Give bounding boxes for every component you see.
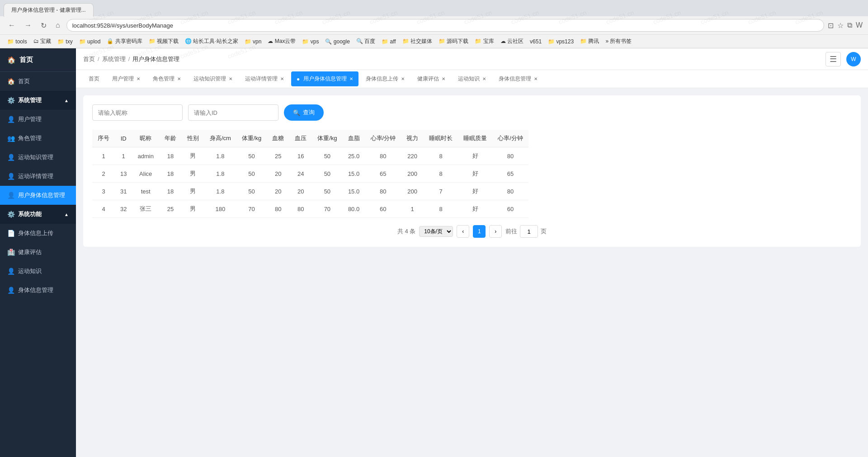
cell-0-10: 25.0 xyxy=(343,147,365,165)
bookmark-baozang[interactable]: 🗂 宝藏 xyxy=(32,37,53,46)
bookmark-tools2[interactable]: 🌐 站长工具·站长之家 xyxy=(183,37,240,46)
tab-role-mgmt[interactable]: 角色管理 ✕ xyxy=(147,71,186,86)
tab-health-eval-close[interactable]: ✕ xyxy=(442,76,445,81)
bookmark-all[interactable]: » 所有书签 xyxy=(604,37,633,46)
bookmark-vpn[interactable]: 📁 vpn xyxy=(243,38,264,46)
tab-exercise-know2-label: 运动知识 xyxy=(458,75,480,83)
col-weight2: 体重/kg xyxy=(312,130,342,147)
bookmark-cloud[interactable]: ☁ 云社区 xyxy=(499,37,525,46)
table-wrapper[interactable]: 序号 ID 昵称 年龄 性别 身高/cm 体重/kg 血糖 血压 体重/kg 血 xyxy=(92,130,852,218)
tab-exercise-know2[interactable]: 运动知识 ✕ xyxy=(453,71,491,86)
tab-user-mgmt-close[interactable]: ✕ xyxy=(137,76,140,81)
tab-body-upload-close[interactable]: ✕ xyxy=(401,76,405,81)
bookmark-v651[interactable]: v651 xyxy=(528,38,543,46)
sidebar-section-func[interactable]: ⚙️ 系统功能 ▲ xyxy=(0,205,76,224)
col-blood-pressure: 血压 xyxy=(289,130,312,147)
cell-2-6: 50 xyxy=(236,183,267,200)
func-icon: ⚙️ xyxy=(7,211,14,218)
sidebar-item-exercise-knowledge[interactable]: 👤 运动知识管理 xyxy=(0,148,76,167)
sidebar-item-role-mgmt[interactable]: 👥 角色管理 xyxy=(0,129,76,148)
bookmark-vps123[interactable]: 📁 vps123 xyxy=(546,38,576,46)
cell-1-13: 8 xyxy=(424,165,458,183)
page-1-button[interactable]: 1 xyxy=(473,225,486,238)
tab-body-mgmt2-close[interactable]: ✕ xyxy=(534,76,538,81)
col-heart-rate: 心率/分钟 xyxy=(365,130,401,147)
breadcrumb-home[interactable]: 首页 xyxy=(83,55,95,63)
tab-exercise-know2-close[interactable]: ✕ xyxy=(482,76,486,81)
bookmark-max[interactable]: ☁ Max云带 xyxy=(266,37,297,46)
browser-nav: ← → ↻ ⌂ ⊡ ☆ ⧉ W xyxy=(0,16,868,34)
bookmark-vps[interactable]: 📁 vps xyxy=(300,38,321,46)
cell-0-7: 25 xyxy=(267,147,289,165)
profile-icon[interactable]: W xyxy=(856,21,863,29)
sidebar-item-body-info[interactable]: 👤 用户身体信息管理 xyxy=(0,186,76,205)
sidebar-item-body-upload[interactable]: 📄 身体信息上传 xyxy=(0,224,76,243)
forward-button[interactable]: → xyxy=(22,20,34,30)
bookmark-google[interactable]: 🔍 google xyxy=(323,38,351,46)
id-input[interactable] xyxy=(188,104,278,121)
sidebar-item-user-mgmt[interactable]: 👤 用户管理 xyxy=(0,110,76,129)
sidebar-item-exercise-know2[interactable]: 👤 运动知识 xyxy=(0,262,76,281)
tab-body-info[interactable]: ● 用户身体信息管理 ✕ xyxy=(291,71,359,86)
sidebar-item-health-eval[interactable]: 🏥 健康评估 xyxy=(0,243,76,262)
cell-3-4: 男 xyxy=(182,200,204,218)
address-bar[interactable] xyxy=(66,19,824,32)
cell-3-5: 180 xyxy=(204,200,236,218)
bookmark-social[interactable]: 📁 社交媒体 xyxy=(401,37,434,46)
tab-health-eval[interactable]: 健康评估 ✕ xyxy=(412,71,451,86)
tab-role-mgmt-close[interactable]: ✕ xyxy=(177,76,181,81)
tab-home[interactable]: 首页 xyxy=(83,71,105,86)
page-label: 页 xyxy=(541,227,547,236)
cell-0-13: 8 xyxy=(424,147,458,165)
bookmark-uplod[interactable]: 📁 uplod xyxy=(77,38,103,46)
tab-user-mgmt[interactable]: 用户管理 ✕ xyxy=(107,71,146,86)
pagination-jump: 前往 页 xyxy=(505,225,547,238)
bookmark-icon[interactable]: ☆ xyxy=(837,21,844,30)
tab-exercise-detail-close[interactable]: ✕ xyxy=(280,76,284,81)
sidebar-section-func-label: 系统功能 xyxy=(18,210,42,218)
cell-3-9: 70 xyxy=(312,200,342,218)
sidebar-item-body-mgmt[interactable]: 👤 身体信息管理 xyxy=(0,281,76,300)
page-jump-input[interactable] xyxy=(520,225,538,238)
reload-button[interactable]: ↻ xyxy=(38,20,49,31)
bookmark-tencent[interactable]: 📁 腾讯 xyxy=(578,37,601,46)
tab-body-upload-label: 身体信息上传 xyxy=(366,75,398,83)
prev-page-button[interactable]: ‹ xyxy=(457,225,469,238)
bookmarks-bar: 📁 tools 🗂 宝藏 📁 txy 📁 uplod 🔒 共享密码库 📁 视频下… xyxy=(0,34,868,48)
per-page-select[interactable]: 10条/页 20条/页 50条/页 xyxy=(419,226,453,237)
back-button[interactable]: ← xyxy=(5,20,18,30)
tab-body-info-close[interactable]: ✕ xyxy=(349,76,353,81)
cell-0-6: 50 xyxy=(236,147,267,165)
search-button[interactable]: 🔍 查询 xyxy=(284,104,324,121)
role-icon: 👥 xyxy=(7,135,14,142)
next-page-button[interactable]: › xyxy=(489,225,502,238)
sidebar-item-home[interactable]: 🏠 首页 xyxy=(0,72,76,91)
nickname-input[interactable] xyxy=(92,104,183,121)
col-gender: 性别 xyxy=(182,130,204,147)
cell-1-15: 65 xyxy=(492,165,528,183)
tab-exercise-knowledge-close[interactable]: ✕ xyxy=(229,76,232,81)
extensions-icon[interactable]: ⧉ xyxy=(847,21,852,29)
tab-body-upload[interactable]: 身体信息上传 ✕ xyxy=(360,71,410,86)
bookmark-video[interactable]: 📁 视频下载 xyxy=(147,37,180,46)
tab-exercise-knowledge[interactable]: 运动知识管理 ✕ xyxy=(188,71,238,86)
browser-tab[interactable]: 用户身体信息管理 - 健康管理... xyxy=(4,3,94,17)
bookmark-tools[interactable]: 📁 tools xyxy=(5,38,29,46)
bookmark-txy[interactable]: 📁 txy xyxy=(56,38,75,46)
sidebar-item-exercise-detail[interactable]: 👤 运动详情管理 xyxy=(0,167,76,186)
bookmark-baidu[interactable]: 🔍 百度 xyxy=(354,37,377,46)
tab-body-mgmt2[interactable]: 身体信息管理 ✕ xyxy=(493,71,543,86)
cell-1-4: 男 xyxy=(182,165,204,183)
bookmark-source[interactable]: 📁 源码下载 xyxy=(437,37,470,46)
breadcrumb-system[interactable]: 系统管理 xyxy=(102,55,126,63)
bookmark-aff[interactable]: 📁 aff xyxy=(380,38,397,46)
sidebar-section-system[interactable]: ⚙️ 系统管理 ▲ xyxy=(0,91,76,110)
col-age: 年龄 xyxy=(159,130,182,147)
home-button[interactable]: ⌂ xyxy=(53,20,63,30)
tab-exercise-detail[interactable]: 运动详情管理 ✕ xyxy=(240,71,289,86)
bookmark-password[interactable]: 🔒 共享密码库 xyxy=(105,37,144,46)
header-menu-button[interactable]: ☰ xyxy=(826,52,841,66)
bookmark-baoku[interactable]: 📁 宝库 xyxy=(473,37,495,46)
avatar[interactable]: W xyxy=(846,52,861,66)
goto-label: 前往 xyxy=(505,227,517,236)
